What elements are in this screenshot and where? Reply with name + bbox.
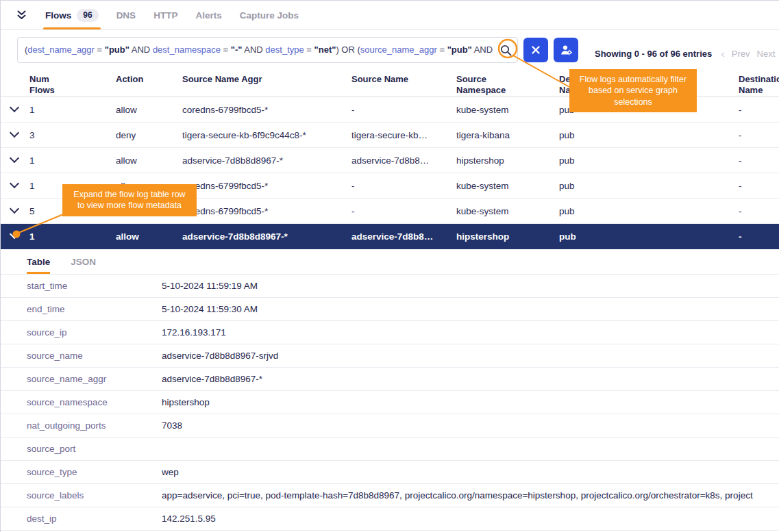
detail-key: nat_outgoing_ports (27, 420, 162, 431)
tab-http[interactable]: HTTP (153, 1, 177, 29)
detail-row: nat_outgoing_ports7038 (1, 414, 779, 438)
detail-key: source_name_aggr (27, 374, 162, 384)
cell-num: 1 (29, 231, 116, 242)
query-segment: ) OR ( (336, 45, 360, 55)
detail-value: 5-10-2024 11:59:19 AM (162, 281, 779, 291)
header-action: Action (116, 74, 182, 85)
tab-dns[interactable]: DNS (116, 1, 136, 29)
callout-expand-tip: Expand the flow log table row to view mo… (62, 184, 197, 216)
detail-row: source_typewep (1, 461, 779, 484)
detail-row: source_port (1, 438, 779, 461)
detail-key: source_port (27, 444, 162, 454)
header-source-name-aggr: Source Name Aggr (182, 74, 351, 85)
cell-source_name_aggr: coredns-6799fbcd5-* (182, 181, 351, 191)
cell-dest_name: - (739, 231, 779, 242)
cell-source_name: adservice-7d8b8… (351, 155, 456, 166)
query-segment: source_name_aggr (360, 45, 437, 55)
cell-action: allow (116, 155, 182, 166)
callout-filter-tip: Flow logs automatically filter based on … (569, 69, 697, 112)
expand-row-icon[interactable] (1, 155, 29, 166)
header-num-flows: NumFlows (29, 74, 116, 96)
cell-source_namespace: kube-system (456, 206, 559, 216)
detail-row: end_time5-10-2024 11:59:30 AM (1, 298, 779, 321)
tab-table[interactable]: Table (27, 249, 50, 274)
detail-row: source_nameadservice-7d8b8d8967-srjvd (1, 344, 779, 368)
cell-source_name_aggr: adservice-7d8b8d8967-* (182, 231, 351, 242)
detail-key: source_type (27, 467, 162, 477)
flow-table-row[interactable]: 1allowadservice-7d8b8d8967-*adservice-7d… (1, 148, 779, 173)
query-segment: AND (242, 45, 265, 55)
query-segment: dest_name_aggr (27, 45, 95, 55)
header-dest-name: DestinationName (739, 74, 779, 96)
cell-source_name: - (351, 181, 456, 191)
cell-source_namespace: hipstershop (456, 155, 559, 166)
filter-query-text: (dest_name_aggr = "pub" AND dest_namespa… (25, 38, 495, 62)
cell-source_name: - (351, 206, 456, 216)
tab-alerts[interactable]: Alerts (195, 1, 221, 29)
collapse-panel-icon[interactable] (16, 10, 27, 21)
expand-row-icon[interactable] (1, 181, 29, 191)
tab-label: Alerts (195, 10, 221, 21)
header-source-namespace: SourceNamespace (456, 74, 559, 96)
expand-row-icon[interactable] (1, 105, 29, 115)
query-segment: = (221, 45, 231, 55)
query-segment: = (304, 45, 314, 55)
query-segment: dest_namespace (153, 45, 221, 55)
cell-dest_name_aggr: pub (559, 206, 739, 216)
clear-filter-button[interactable] (523, 38, 548, 62)
detail-value: hipstershop (162, 397, 779, 407)
prev-button[interactable]: Prev (732, 49, 750, 59)
tab-label: DNS (116, 10, 136, 21)
pagination: ‹ Prev Next › (721, 48, 779, 60)
tab-label: Flows (45, 10, 71, 21)
flows-count-badge: 96 (77, 9, 98, 22)
next-button[interactable]: Next (757, 49, 776, 59)
filter-bar: (dest_name_aggr = "pub" AND dest_namespa… (1, 30, 779, 70)
detail-value: app=adservice, pci=true, pod-template-ha… (162, 490, 779, 501)
cell-source_name_aggr: coredns-6799fbcd5-* (182, 105, 351, 115)
cell-dest_name: - (739, 155, 779, 166)
flow-detail-table: start_time5-10-2024 11:59:19 AMend_time5… (1, 275, 779, 531)
cell-num: 3 (29, 130, 116, 140)
query-segment: = (437, 45, 447, 55)
detail-value: 142.251.5.95 (162, 514, 779, 524)
tab-capture-jobs[interactable]: Capture Jobs (240, 1, 299, 29)
user-settings-button[interactable] (554, 38, 578, 62)
tab-label: Capture Jobs (240, 10, 299, 21)
tab-json[interactable]: JSON (71, 249, 96, 274)
detail-row: source_namespacehipstershop (1, 391, 779, 414)
expand-row-icon[interactable] (1, 231, 29, 242)
cell-source_name_aggr: adservice-7d8b8d8967-* (182, 155, 351, 166)
filter-query-input[interactable]: (dest_name_aggr = "pub" AND dest_namespa… (17, 37, 518, 63)
tab-flows[interactable]: Flows 96 (45, 1, 99, 29)
detail-key: source_labels (27, 490, 162, 501)
detail-row: dest_ip142.251.5.95 (1, 507, 779, 531)
query-segment: = (95, 45, 105, 55)
detail-value: 172.16.193.171 (162, 327, 779, 338)
expand-row-icon[interactable] (1, 206, 29, 216)
cell-num: 1 (29, 105, 116, 115)
cell-dest_name: - (739, 181, 779, 191)
detail-value: 7038 (162, 420, 779, 431)
detail-row: source_labelsapp=adservice, pci=true, po… (1, 484, 779, 507)
query-segment: "pub" (105, 45, 129, 55)
expand-row-icon[interactable] (1, 130, 29, 140)
cell-source_namespace: kube-system (456, 181, 559, 191)
flow-table-row[interactable]: 1allowadservice-7d8b8d8967-*adservice-7d… (1, 224, 779, 249)
query-segment: AND (129, 45, 153, 55)
user-gear-icon (560, 44, 573, 56)
detail-key: end_time (27, 304, 162, 314)
cell-num: 1 (29, 155, 116, 166)
cell-source_namespace: kube-system (456, 105, 559, 115)
flow-table-row[interactable]: 3denytigera-secure-kb-6f9c9c44c8-*tigera… (1, 123, 779, 148)
detail-value: wep (162, 467, 779, 477)
detail-value: adservice-7d8b8d8967-srjvd (162, 351, 779, 361)
entries-count: Showing 0 - 96 of 96 entries (595, 49, 712, 59)
cell-action: deny (116, 130, 182, 140)
header-source-name: Source Name (351, 74, 456, 85)
cell-source_name: adservice-7d8b8… (351, 231, 456, 242)
search-icon[interactable] (499, 44, 512, 60)
flow-table-body: 1allowcoredns-6799fbcd5-*-kube-systempub… (1, 97, 779, 249)
tab-label: HTTP (153, 10, 177, 21)
cell-dest_name_aggr: pub (559, 155, 739, 166)
